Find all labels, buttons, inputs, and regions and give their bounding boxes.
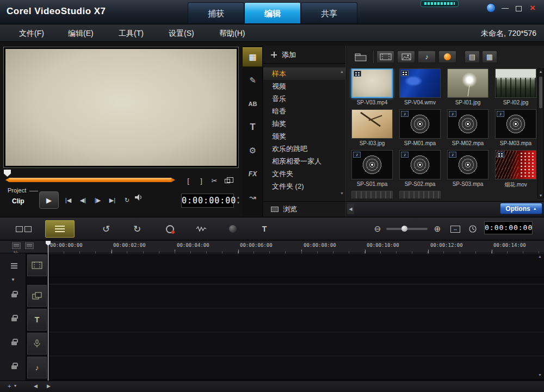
media-thumbnail[interactable] (399, 191, 441, 198)
mark-in-button[interactable]: [ (182, 176, 195, 186)
media-item-partial[interactable] (348, 191, 396, 198)
split-clip-icon[interactable]: ✂ (208, 176, 221, 186)
ripple-editing-icon[interactable] (25, 242, 34, 249)
subtitle-editor-icon[interactable]: T (252, 220, 276, 238)
library-scroll-up-icon[interactable]: ▲ (340, 70, 344, 73)
fit-project-icon[interactable]: ↔ (448, 220, 462, 238)
record-capture-icon[interactable] (158, 220, 182, 238)
menu-settings[interactable]: 设置(S) (169, 24, 194, 42)
menu-tools[interactable]: 工具(T) (119, 24, 144, 42)
grid-view-icon[interactable]: ▦ (482, 51, 497, 63)
media-item[interactable]: SP-V03.mp4 (348, 69, 396, 109)
zoom-slider-knob[interactable] (401, 226, 407, 232)
media-thumbnail[interactable] (495, 150, 536, 179)
folder-icon[interactable] (353, 51, 369, 63)
nav-graphic-icon[interactable]: ⚙ (243, 141, 263, 160)
nav-transition-icon[interactable]: AB (243, 94, 263, 114)
media-thumbnail[interactable] (351, 109, 393, 139)
filter-video-icon[interactable] (376, 51, 394, 63)
media-scroll-up-icon[interactable]: ▲ (538, 70, 543, 73)
video-track-lane[interactable] (48, 253, 544, 277)
end-button[interactable]: ▶| (105, 194, 120, 207)
library-item[interactable]: 欢乐的跳吧 (263, 142, 346, 155)
menu-help[interactable]: 帮助(H) (219, 24, 245, 42)
title-track-icon[interactable]: T (27, 309, 47, 331)
timeline-scroll-right-icon[interactable]: ▶ (47, 382, 51, 390)
tab-capture[interactable]: 捕获 (188, 2, 244, 24)
add-track-icon[interactable]: + (8, 382, 11, 390)
nav-filter-icon[interactable]: FX (243, 164, 263, 184)
clip-mode-label[interactable]: Clip (8, 197, 38, 205)
media-item[interactable]: ♪ SP-M01.mpa (396, 109, 444, 150)
tab-share[interactable]: 共享 (301, 2, 357, 24)
library-scroll-down-icon[interactable]: ▼ (340, 191, 344, 195)
media-thumbnail[interactable]: ♪ (351, 150, 393, 179)
video-track-icon[interactable] (27, 254, 47, 276)
tracks-scroll-up-icon[interactable]: ▲ (538, 254, 542, 258)
preview-timecode[interactable]: 0:00:00:00 (181, 194, 234, 208)
timeline-timecode[interactable]: 0:00:00:00 (484, 221, 533, 234)
track-expand-icon[interactable]: ▼ (11, 277, 15, 282)
voice-track-lock-icon[interactable] (11, 341, 17, 345)
media-thumbnail[interactable]: ♪ (495, 109, 536, 139)
zoom-slider[interactable] (386, 228, 428, 230)
tracks-scroll-down-icon[interactable]: ▼ (538, 373, 542, 377)
duration-clock-icon[interactable] (466, 220, 480, 238)
media-item[interactable]: ♪ SP-S03.mpa (444, 150, 492, 191)
add-folder-button[interactable]: 添加 (263, 46, 345, 64)
add-track-caret-icon[interactable]: ▾ (14, 382, 16, 390)
media-item[interactable]: SP-I03.jpg (348, 109, 396, 150)
repeat-button[interactable]: ↻ (120, 194, 134, 207)
media-thumbnail[interactable]: ♪ (447, 150, 489, 179)
library-item[interactable]: 抽奖 (263, 117, 346, 130)
nav-motion-icon[interactable]: ↝ (243, 188, 263, 207)
menu-edit[interactable]: 编辑(E) (68, 24, 94, 42)
media-thumbnail[interactable]: ♪ (399, 150, 441, 179)
media-thumbnail[interactable] (351, 69, 393, 98)
media-thumbnail[interactable] (495, 69, 536, 98)
media-item-partial[interactable] (396, 191, 444, 198)
trim-handle[interactable] (4, 170, 11, 177)
filter-audio-icon[interactable]: ♪ (418, 51, 436, 63)
nav-instant-project-icon[interactable]: ✎ (243, 71, 263, 90)
media-item[interactable]: SP-I01.jpg (444, 69, 492, 109)
timeline-scroll-left-icon[interactable]: ◀ (34, 382, 38, 390)
browse-button[interactable]: 浏览 (263, 201, 346, 216)
timecode-steppers[interactable]: ▲ ▼ (236, 195, 241, 206)
enlarge-preview-icon[interactable] (225, 179, 230, 183)
library-item[interactable]: 暗香 (263, 105, 346, 117)
zoom-in-icon[interactable]: ⊕ (431, 220, 444, 238)
zoom-out-icon[interactable]: ⊖ (371, 220, 384, 238)
minimize-button[interactable]: — (502, 4, 509, 12)
library-item-video[interactable]: 视频 (263, 80, 346, 92)
auto-music-icon[interactable] (221, 220, 245, 238)
media-thumbnail[interactable] (351, 191, 393, 198)
volume-icon[interactable] (134, 194, 149, 207)
media-thumbnail[interactable]: ♪ (447, 109, 489, 139)
media-thumbnail[interactable] (447, 69, 489, 98)
media-item[interactable]: ♪ SP-S01.mpa (348, 150, 396, 191)
media-thumbnail[interactable] (399, 69, 441, 98)
nav-media-icon[interactable]: ▦ (243, 47, 263, 67)
redo-button[interactable]: ↻ (125, 220, 149, 238)
media-scroll-down-icon[interactable]: ▼ (538, 194, 543, 197)
media-scrollbar-thumb[interactable] (539, 77, 542, 108)
undo-button[interactable]: ↺ (94, 220, 118, 238)
scrubber-bar[interactable] (9, 178, 171, 182)
media-item[interactable]: SP-V04.wmv (396, 69, 444, 109)
media-scrollbar[interactable]: ▲ ▼ (537, 69, 544, 198)
filter-photo-icon[interactable] (397, 51, 415, 63)
title-track-lane[interactable] (48, 308, 544, 332)
music-track-lane[interactable] (48, 356, 544, 379)
library-item-sample[interactable]: 样本 (263, 67, 346, 80)
library-item-music[interactable]: 音乐 (263, 92, 346, 105)
media-item[interactable]: SP-I02.jpg (492, 69, 540, 109)
music-track-icon[interactable]: ♪ (27, 357, 47, 378)
media-item[interactable]: ♪ SP-M02.mpa (444, 109, 492, 150)
track-manager-icon[interactable] (12, 242, 21, 249)
next-frame-button[interactable]: |▶ (90, 194, 105, 207)
home-button[interactable]: |◀ (61, 194, 76, 207)
help-globe-icon[interactable] (486, 3, 496, 13)
title-track-lock-icon[interactable] (11, 318, 17, 321)
library-item[interactable]: 颁奖 (263, 130, 346, 142)
